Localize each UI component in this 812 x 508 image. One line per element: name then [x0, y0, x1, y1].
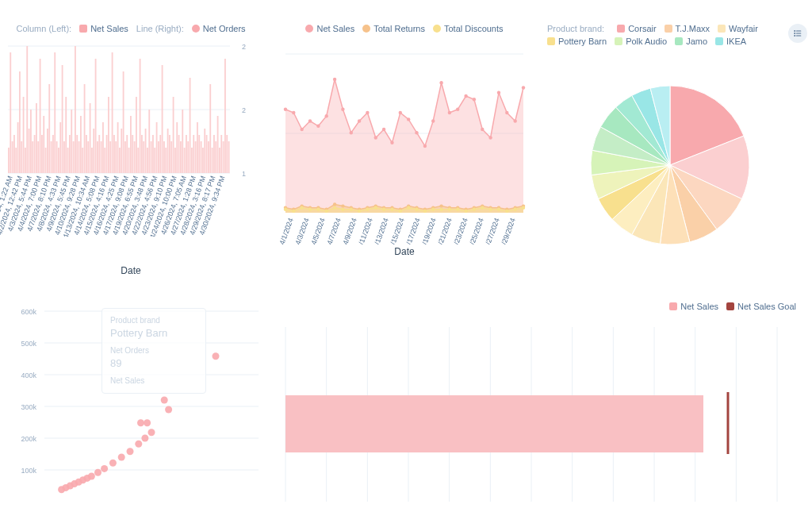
- svg-rect-88: [163, 141, 165, 173]
- svg-rect-114: [212, 148, 213, 173]
- svg-point-181: [522, 86, 525, 89]
- svg-point-283: [94, 469, 102, 476]
- svg-rect-13: [25, 148, 26, 173]
- svg-point-214: [301, 206, 304, 210]
- legend-item-net-orders[interactable]: Net Orders: [192, 24, 246, 33]
- svg-rect-54: [101, 141, 102, 173]
- combo-plot: 2 2 1 4/1/2024, 1:22 AM4/2/2024, 12:42 P…: [0, 38, 262, 237]
- legend-item-net-sales[interactable]: Net Sales: [79, 24, 128, 33]
- svg-rect-72: [134, 141, 136, 173]
- svg-point-222: [366, 208, 369, 211]
- svg-rect-33: [62, 65, 63, 173]
- svg-rect-50: [93, 129, 94, 173]
- svg-rect-48: [90, 103, 91, 173]
- svg-rect-123: [228, 141, 230, 173]
- svg-rect-61: [113, 135, 115, 173]
- svg-rect-12: [23, 97, 25, 173]
- svg-point-174: [464, 94, 467, 98]
- svg-point-288: [135, 441, 142, 448]
- svg-rect-42: [79, 141, 80, 173]
- svg-point-167: [407, 117, 410, 121]
- svg-rect-25: [47, 129, 48, 173]
- svg-text:300k: 300k: [21, 403, 36, 411]
- svg-rect-117: [217, 116, 219, 173]
- svg-point-212: [284, 208, 287, 211]
- svg-rect-119: [220, 135, 222, 173]
- svg-rect-98: [182, 110, 183, 173]
- svg-rect-59: [109, 141, 111, 173]
- svg-rect-93: [173, 97, 174, 173]
- legend-item-total-discounts[interactable]: Total Discounts: [433, 24, 504, 33]
- svg-point-235: [473, 208, 476, 211]
- legend-item-jamo[interactable]: Jamo: [675, 37, 707, 46]
- svg-rect-53: [98, 135, 100, 173]
- svg-text:100k: 100k: [21, 467, 36, 475]
- svg-point-239: [505, 210, 508, 213]
- svg-point-178: [497, 91, 500, 94]
- svg-text:4/29/2024: 4/29/2024: [499, 217, 517, 244]
- svg-rect-116: [215, 141, 216, 173]
- legend-item-net-sales[interactable]: Net Sales: [669, 302, 718, 311]
- area-plot: 4/1/20244/3/20244/5/20244/7/20244/9/2024…: [270, 38, 539, 244]
- svg-rect-29: [54, 52, 56, 173]
- svg-text:2: 2: [242, 43, 246, 51]
- svg-point-221: [358, 210, 361, 213]
- svg-point-179: [505, 111, 508, 114]
- svg-rect-10: [19, 71, 21, 173]
- legend-item-net-sales-goal[interactable]: Net Sales Goal: [726, 302, 796, 311]
- legend-item-tjmaxx[interactable]: T.J.Maxx: [665, 24, 710, 33]
- svg-text:4/19/2024: 4/19/2024: [419, 217, 438, 244]
- legend-item-net-sales[interactable]: Net Sales: [305, 24, 354, 33]
- legend-item-pottery-barn[interactable]: Pottery Barn: [547, 37, 607, 46]
- combo-legend: Column (Left): Net Sales Line (Right): N…: [0, 24, 262, 33]
- legend-item-wayfair[interactable]: Wayfair: [718, 24, 758, 33]
- svg-point-164: [382, 128, 385, 131]
- svg-rect-57: [106, 135, 108, 173]
- svg-text:4/11/2024: 4/11/2024: [356, 217, 374, 244]
- svg-point-169: [423, 144, 427, 148]
- chart-bullet: Net Sales Net Sales Goal: [270, 302, 812, 508]
- chart-scatter: 600k500k400k300k200k100k Product brand P…: [0, 302, 270, 508]
- svg-point-259: [795, 33, 795, 34]
- svg-point-176: [481, 128, 484, 131]
- more-menu-button[interactable]: [788, 24, 807, 43]
- svg-rect-52: [97, 141, 98, 173]
- svg-point-236: [481, 206, 484, 210]
- svg-rect-39: [73, 141, 75, 173]
- svg-rect-104: [193, 135, 194, 173]
- svg-rect-99: [184, 148, 186, 173]
- list-icon: [793, 29, 802, 38]
- scatter-plot: 600k500k400k300k200k100k: [0, 302, 270, 508]
- svg-rect-95: [176, 122, 178, 173]
- svg-rect-28: [52, 135, 54, 173]
- svg-rect-65: [121, 129, 122, 173]
- svg-rect-14: [26, 46, 28, 173]
- dashboard: Column (Left): Net Sales Line (Right): N…: [0, 0, 812, 508]
- svg-rect-78: [145, 129, 147, 173]
- legend-item-ikea[interactable]: IKEA: [715, 37, 746, 46]
- svg-rect-23: [43, 116, 44, 173]
- svg-rect-21: [40, 59, 41, 173]
- svg-point-180: [514, 119, 517, 122]
- svg-point-168: [415, 131, 418, 134]
- chart-pie: Product brand: Corsair T.J.Maxx Wayfair …: [547, 24, 812, 278]
- legend-item-corsair[interactable]: Corsair: [617, 24, 656, 33]
- svg-point-226: [399, 210, 402, 213]
- svg-point-152: [284, 108, 287, 111]
- svg-text:4/23/2024: 4/23/2024: [451, 217, 469, 244]
- legend-item-polk-audio[interactable]: Polk Audio: [615, 37, 667, 46]
- svg-rect-31: [58, 148, 59, 173]
- svg-rect-74: [137, 148, 139, 173]
- svg-rect-109: [202, 148, 204, 173]
- combo-xlabel: Date: [0, 265, 262, 276]
- svg-rect-62: [115, 141, 117, 173]
- svg-rect-35: [65, 97, 67, 173]
- svg-rect-37: [69, 135, 71, 173]
- legend-item-total-returns[interactable]: Total Returns: [362, 24, 425, 33]
- svg-rect-64: [119, 148, 121, 173]
- svg-text:4/1/2024: 4/1/2024: [278, 217, 294, 244]
- svg-rect-45: [84, 84, 86, 173]
- svg-rect-7: [13, 135, 15, 173]
- svg-point-217: [325, 210, 328, 213]
- svg-text:1: 1: [242, 170, 246, 178]
